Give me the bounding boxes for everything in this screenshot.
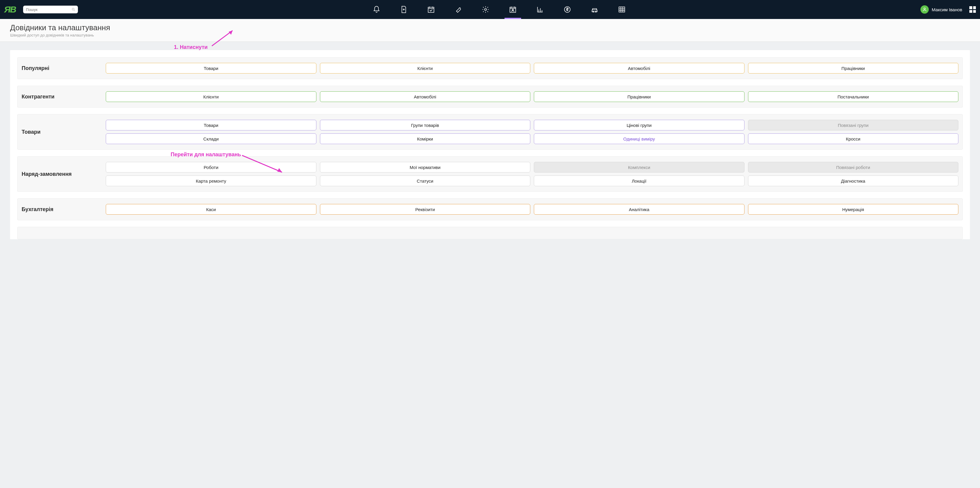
button-grid: ТовариКлієнтиАвтомобіліПрацівники xyxy=(106,63,958,73)
user-block[interactable]: Максим Іванов xyxy=(920,5,976,14)
nav-grid-icon[interactable] xyxy=(617,4,627,15)
directory-button[interactable]: Цінові групи xyxy=(534,120,745,131)
directory-button[interactable]: Працівники xyxy=(748,63,959,73)
topbar: ЯB xyxy=(0,0,980,19)
directory-button: Повязані групи xyxy=(748,120,959,131)
section: Наряд-замовленняРоботиМої нормативиКомпл… xyxy=(17,156,963,192)
nav-active-underline xyxy=(504,18,521,19)
directory-button[interactable]: Працівники xyxy=(534,91,745,102)
directory-button[interactable]: Аналітика xyxy=(534,204,745,215)
main: ПопулярніТовариКлієнтиАвтомобіліПрацівни… xyxy=(0,42,980,245)
svg-rect-24 xyxy=(619,7,625,12)
directory-button[interactable]: Товари xyxy=(106,120,317,131)
directory-button[interactable]: Одиниці виміру xyxy=(534,133,745,144)
nav-bell-icon[interactable] xyxy=(371,4,382,15)
directory-button[interactable]: Статуси xyxy=(320,175,531,186)
svg-point-29 xyxy=(924,8,925,10)
directory-button[interactable]: Клієнти xyxy=(320,63,531,73)
nav-new-doc-icon[interactable] xyxy=(398,4,409,15)
section-label: Бухгалтерія xyxy=(22,206,102,212)
directory-button[interactable]: Діагностика xyxy=(748,175,959,186)
search-icon xyxy=(72,7,76,11)
directory-button[interactable]: Автомобілі xyxy=(534,63,745,73)
svg-point-14 xyxy=(512,9,514,10)
svg-point-0 xyxy=(72,8,74,10)
section-label: Контрагенти xyxy=(22,94,102,100)
svg-rect-4 xyxy=(428,7,434,12)
directory-button[interactable]: Товари xyxy=(106,63,317,73)
directory-button[interactable]: Склади xyxy=(106,133,317,144)
section-label: Товари xyxy=(22,120,102,144)
search-wrap xyxy=(23,6,78,13)
directory-button[interactable]: Клієнти xyxy=(106,91,317,102)
nav-wrench-icon[interactable] xyxy=(453,4,464,15)
svg-point-8 xyxy=(460,7,460,8)
button-grid: РоботиМої нормативиКомплексиПовязані роб… xyxy=(106,162,958,186)
directory-button[interactable]: Каси xyxy=(106,204,317,215)
button-grid: КасиРеквізитиАналітикаНумерація xyxy=(106,204,958,215)
svg-point-9 xyxy=(485,9,487,11)
button-grid: КлієнтиАвтомобіліПрацівникиПостачальники xyxy=(106,91,958,102)
section: ТовариТовариГрупи товарівЦінові групиПов… xyxy=(17,114,963,150)
section-label: Популярні xyxy=(22,65,102,72)
directory-button[interactable]: Мої нормативи xyxy=(320,162,531,172)
section: КонтрагентиКлієнтиАвтомобіліПрацівникиПо… xyxy=(17,86,963,108)
section: БухгалтеріяКасиРеквізитиАналітикаНумерац… xyxy=(17,198,963,220)
nav-car-icon[interactable] xyxy=(589,4,600,15)
section-label: Наряд-замовлення xyxy=(22,162,102,186)
directory-button: Комплекси xyxy=(534,162,745,172)
svg-rect-10 xyxy=(510,7,516,12)
search-input[interactable] xyxy=(23,6,78,13)
avatar xyxy=(920,5,929,14)
nav-chart-icon[interactable] xyxy=(535,4,546,15)
directory-button[interactable]: Кросси xyxy=(748,133,959,144)
nav-directory-icon[interactable] xyxy=(508,4,518,15)
apps-grid-icon[interactable] xyxy=(969,6,976,13)
directory-button[interactable]: Комірки xyxy=(320,133,531,144)
directory-button[interactable]: Групи товарів xyxy=(320,120,531,131)
nav-calendar-check-icon[interactable] xyxy=(426,4,436,15)
section: ПопулярніТовариКлієнтиАвтомобіліПрацівни… xyxy=(17,57,963,79)
button-grid: ТовариГрупи товарівЦінові групиПовязані … xyxy=(106,120,958,144)
svg-line-1 xyxy=(74,10,75,11)
nav-icons xyxy=(83,4,915,15)
directory-button[interactable]: Постачальники xyxy=(748,91,959,102)
directory-button[interactable]: Автомобілі xyxy=(320,91,531,102)
directory-button: Повязані роботи xyxy=(748,162,959,172)
card: ПопулярніТовариКлієнтиАвтомобіліПрацівни… xyxy=(10,50,970,239)
page-subtitle: Швидкий доступ до довідників та налаштув… xyxy=(10,33,970,37)
directory-button[interactable]: Нумерація xyxy=(748,204,959,215)
directory-button[interactable]: Карта ремонту xyxy=(106,175,317,186)
page-title: Довідники та налаштування xyxy=(10,23,970,32)
section-partial xyxy=(17,227,963,239)
user-name: Максим Іванов xyxy=(932,7,962,12)
nav-money-icon[interactable] xyxy=(562,4,573,15)
directory-button[interactable]: Реквізити xyxy=(320,204,531,215)
logo[interactable]: ЯB xyxy=(4,5,16,14)
directory-button[interactable]: Локації xyxy=(534,175,745,186)
nav-settings-icon[interactable] xyxy=(480,4,491,15)
page-header: Довідники та налаштування Швидкий доступ… xyxy=(0,19,980,42)
directory-button[interactable]: Роботи xyxy=(106,162,317,172)
